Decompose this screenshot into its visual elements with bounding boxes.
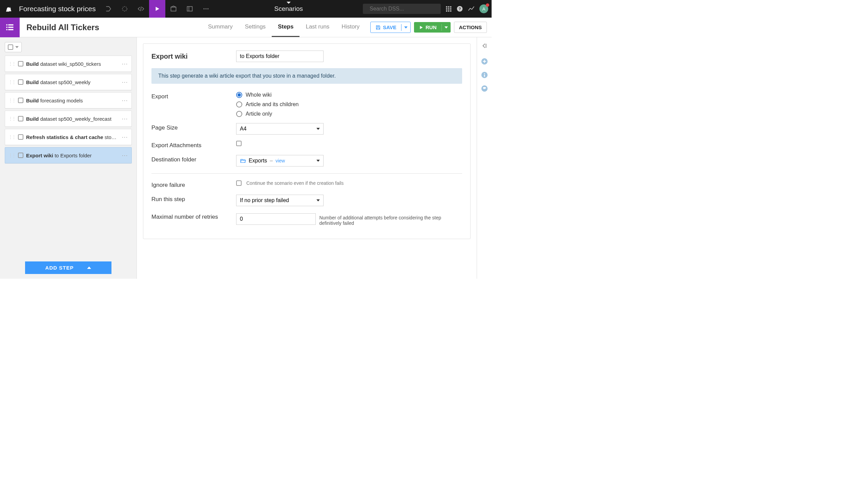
attachments-label: Export Attachments — [151, 141, 236, 149]
add-step-label: ADD STEP — [45, 265, 74, 271]
search-box[interactable] — [363, 4, 441, 14]
step-item[interactable]: ⋮⋮ Build dataset wiki_sp500_tickers ⋯ — [5, 56, 132, 72]
save-button[interactable]: SAVE — [370, 22, 411, 33]
drag-handle-icon[interactable]: ⋮⋮ — [8, 98, 15, 103]
select-all-checkbox[interactable] — [8, 44, 13, 50]
svg-rect-23 — [8, 26, 13, 28]
radio-whole-wiki[interactable]: Whole wiki — [236, 92, 462, 98]
tab-settings[interactable]: Settings — [239, 18, 272, 37]
svg-rect-9 — [446, 6, 448, 8]
actions-button[interactable]: ACTIONS — [454, 22, 487, 33]
activity-icon[interactable] — [468, 5, 475, 12]
right-rail — [477, 37, 492, 279]
code-icon[interactable] — [133, 0, 149, 18]
tab-history[interactable]: History — [335, 18, 366, 37]
step-name-input[interactable] — [236, 51, 324, 62]
step-item[interactable]: ⋮⋮ Refresh statistics & chart cache stoc… — [5, 129, 132, 145]
form-row-attachments: Export Attachments — [151, 141, 462, 149]
form-row-retries: Maximal number of retries Number of addi… — [151, 212, 462, 226]
svg-rect-12 — [446, 8, 448, 10]
content: Export wiki This step generate a wiki ar… — [137, 37, 477, 279]
caret-down-icon — [316, 160, 320, 162]
steps-list-icon[interactable] — [0, 18, 20, 37]
attachments-checkbox[interactable] — [236, 141, 242, 146]
apps-icon[interactable] — [446, 6, 452, 12]
scenarios-icon[interactable] — [149, 0, 165, 18]
form-row-destination: Destination folder Exports – view — [151, 155, 462, 166]
svg-rect-2 — [187, 6, 192, 11]
page-size-select[interactable]: A4 — [236, 123, 324, 135]
step-more-icon[interactable]: ⋯ — [122, 133, 128, 141]
step-checkbox[interactable] — [18, 61, 23, 66]
step-item[interactable]: ⋮⋮ Build forecasting models ⋯ — [5, 92, 132, 109]
search-input[interactable] — [370, 6, 437, 12]
drag-handle-icon[interactable]: ⋮⋮ — [8, 135, 15, 139]
step-panel: Export wiki This step generate a wiki ar… — [143, 43, 471, 239]
step-checkbox[interactable] — [18, 134, 23, 140]
logo-icon[interactable] — [0, 5, 18, 13]
run-step-select[interactable]: If no prior step failed — [236, 195, 324, 206]
add-rail-icon[interactable] — [481, 58, 488, 65]
step-checkbox[interactable] — [18, 153, 23, 158]
ignore-failure-checkbox[interactable] — [236, 180, 242, 186]
chat-rail-icon[interactable] — [481, 85, 488, 92]
drag-handle-icon[interactable]: ⋮⋮ — [8, 116, 15, 121]
save-label: SAVE — [383, 24, 396, 30]
step-more-icon[interactable]: ⋯ — [122, 78, 128, 86]
flow-icon[interactable] — [100, 0, 117, 18]
tab-steps[interactable]: Steps — [272, 18, 299, 37]
step-more-icon[interactable]: ⋯ — [122, 97, 128, 104]
run-dropdown[interactable] — [441, 24, 451, 31]
svg-rect-11 — [450, 6, 452, 8]
step-item[interactable]: ⋮⋮ Build dataset sp500_weekly ⋯ — [5, 74, 132, 90]
svg-rect-10 — [448, 6, 450, 8]
svg-rect-1 — [171, 7, 176, 11]
radio-article-only[interactable]: Article only — [236, 111, 462, 117]
select-all-caret-icon — [15, 46, 19, 48]
run-button[interactable]: RUN — [414, 22, 451, 33]
step-more-icon[interactable]: ⋯ — [122, 60, 128, 67]
chevron-up-icon — [87, 267, 91, 269]
retries-input[interactable] — [236, 213, 316, 225]
wiki-icon[interactable] — [182, 0, 198, 18]
svg-rect-29 — [484, 75, 485, 77]
steps-list: ⋮⋮ Build dataset wiki_sp500_tickers ⋯ ⋮⋮… — [5, 56, 132, 261]
avatar[interactable]: A — [479, 4, 488, 13]
step-item[interactable]: ⋮⋮ Build dataset sp500_weekly_forecast ⋯ — [5, 111, 132, 127]
project-title[interactable]: Forecasting stock prices — [18, 5, 100, 13]
dashboards-icon[interactable] — [165, 0, 182, 18]
select-all[interactable] — [5, 42, 22, 52]
drag-handle-icon[interactable]: ⋮⋮ — [8, 153, 15, 158]
tab-last-runs[interactable]: Last runs — [299, 18, 335, 37]
drag-handle-icon[interactable]: ⋮⋮ — [8, 80, 15, 84]
svg-point-4 — [204, 8, 205, 9]
step-checkbox[interactable] — [18, 116, 23, 121]
jobs-icon[interactable] — [117, 0, 133, 18]
more-icon[interactable] — [198, 0, 214, 18]
svg-rect-14 — [450, 8, 452, 10]
tab-summary[interactable]: Summary — [202, 18, 239, 37]
step-checkbox[interactable] — [18, 98, 23, 103]
radio-article-children[interactable]: Article and its children — [236, 101, 462, 107]
save-dropdown[interactable] — [401, 24, 410, 31]
step-item[interactable]: ⋮⋮ Export wiki to Exports folder ⋯ — [5, 147, 132, 163]
destination-select[interactable]: Exports – view — [236, 155, 324, 166]
form-row-ignore: Ignore failure Continue the scenario eve… — [151, 180, 462, 189]
caret-down-icon — [316, 199, 320, 201]
step-label: Build dataset sp500_weekly — [26, 79, 119, 85]
collapse-rail-icon[interactable] — [481, 43, 488, 49]
step-checkbox[interactable] — [18, 79, 23, 85]
breadcrumb-scenarios[interactable]: Scenarios — [274, 5, 303, 13]
step-label: Build dataset wiki_sp500_tickers — [26, 61, 119, 67]
destination-view-link[interactable]: view — [275, 158, 285, 163]
subheader-actions: SAVE RUN ACTIONS — [366, 22, 492, 33]
info-box: This step generate a wiki article export… — [151, 68, 462, 84]
step-more-icon[interactable]: ⋯ — [122, 152, 128, 159]
info-rail-icon[interactable] — [481, 71, 488, 79]
svg-point-0 — [123, 6, 127, 11]
add-step-button[interactable]: ADD STEP — [25, 261, 111, 274]
panel-title: Export wiki — [151, 53, 236, 60]
drag-handle-icon[interactable]: ⋮⋮ — [8, 61, 15, 66]
help-icon[interactable]: ? — [456, 5, 463, 12]
step-more-icon[interactable]: ⋯ — [122, 115, 128, 122]
